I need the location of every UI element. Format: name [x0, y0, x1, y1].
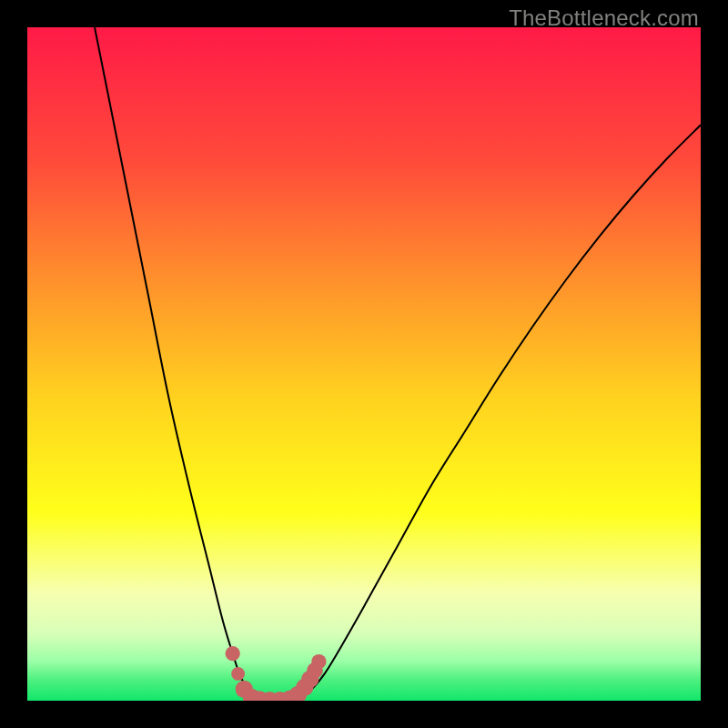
marker-point [231, 667, 245, 681]
gradient-background [27, 27, 701, 701]
marker-point [311, 654, 326, 669]
bottleneck-chart [27, 27, 701, 701]
chart-frame [27, 27, 701, 701]
watermark-text: TheBottleneck.com [509, 5, 699, 31]
marker-point [226, 646, 240, 661]
